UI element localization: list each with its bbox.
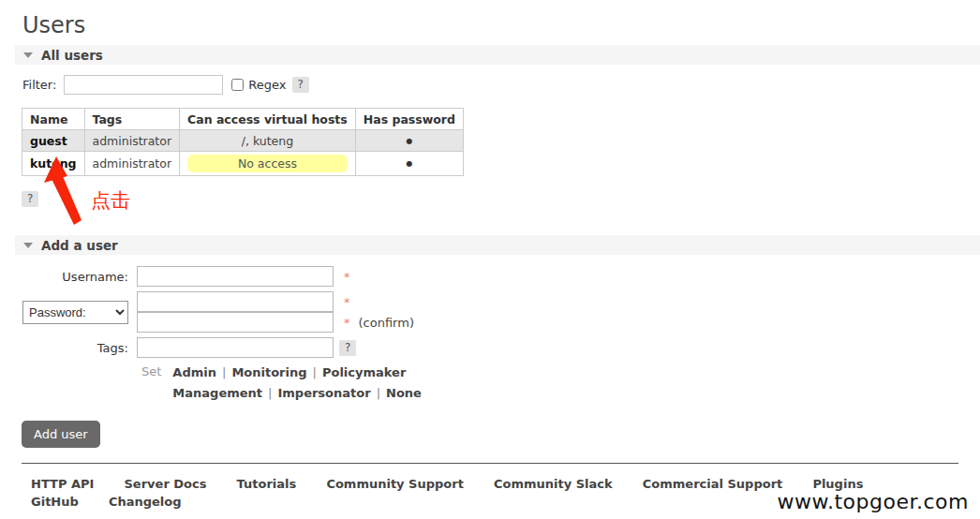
tags-row: Tags: ? (22, 337, 980, 358)
password-type-select[interactable]: Password: (22, 301, 128, 324)
page-title: Users (0, 0, 980, 45)
set-label: Set (141, 364, 161, 378)
required-marker: * (344, 316, 350, 330)
add-user-section-header[interactable]: Add a user (15, 235, 980, 255)
no-access-badge: No access (187, 155, 348, 172)
col-header-vhosts: Can access virtual hosts (180, 109, 356, 130)
filter-input[interactable] (64, 75, 223, 95)
user-tags-cell: administrator (84, 152, 180, 176)
footer-link-changelog[interactable]: Changelog (109, 495, 182, 509)
watermark: www.topgoer.com (778, 490, 969, 513)
col-header-name: Name (22, 109, 85, 130)
username-input[interactable] (137, 266, 334, 287)
tag-link-none[interactable]: None (386, 386, 422, 400)
footer-link-tutorials[interactable]: Tutorials (237, 477, 297, 491)
required-marker: * (344, 295, 350, 309)
tag-link-impersonator[interactable]: Impersonator (277, 386, 370, 400)
add-user-section-title: Add a user (41, 238, 118, 253)
filter-label: Filter: (22, 78, 56, 92)
table-row: kuteng administrator No access ● (22, 152, 464, 176)
add-user-button[interactable]: Add user (22, 421, 100, 448)
tag-link-admin[interactable]: Admin (172, 365, 216, 379)
username-label: Username: (22, 270, 137, 284)
all-users-section-header[interactable]: All users (15, 45, 980, 65)
users-table: Name Tags Can access virtual hosts Has p… (22, 108, 464, 176)
has-password-cell: ● (355, 152, 463, 176)
footer-link-community-support[interactable]: Community Support (326, 477, 464, 491)
user-link-guest[interactable]: guest (22, 130, 85, 152)
tags-label: Tags: (22, 341, 137, 355)
tag-link-management[interactable]: Management (172, 386, 262, 400)
footer-link-community-slack[interactable]: Community Slack (494, 477, 613, 491)
user-vhosts-cell: No access (180, 152, 356, 176)
col-header-tags: Tags (84, 109, 180, 130)
user-link-kuteng[interactable]: kuteng (22, 152, 85, 176)
user-tags-cell: administrator (84, 130, 180, 152)
username-row: Username: * (22, 266, 980, 287)
users-page: Users All users Filter: Regex ? Name Tag… (0, 0, 980, 519)
tag-link-policymaker[interactable]: Policymaker (322, 365, 406, 379)
chevron-down-icon (23, 52, 33, 58)
regex-checkbox[interactable] (231, 79, 244, 91)
password-input[interactable] (137, 291, 334, 312)
separator: | (268, 386, 272, 400)
filter-row: Filter: Regex ? (22, 75, 980, 95)
col-header-has-password: Has password (355, 109, 463, 130)
all-users-section-title: All users (41, 48, 103, 63)
chevron-down-icon (23, 243, 33, 248)
tag-links: Admin|Monitoring|Policymaker Management|… (172, 363, 416, 404)
user-vhosts-cell: /, kuteng (180, 130, 356, 152)
separator: | (222, 365, 226, 379)
separator: | (313, 365, 317, 379)
table-header-row: Name Tags Can access virtual hosts Has p… (22, 109, 464, 130)
footer-link-github[interactable]: GitHub (31, 495, 79, 509)
table-help-button[interactable]: ? (22, 191, 38, 207)
tags-input[interactable] (137, 337, 334, 358)
table-row: guest administrator /, kuteng ● (22, 130, 464, 152)
has-password-cell: ● (355, 130, 463, 152)
tags-help-button[interactable]: ? (339, 340, 356, 356)
separator: | (377, 386, 380, 400)
regex-label: Regex (248, 78, 286, 92)
filter-help-button[interactable]: ? (292, 77, 309, 93)
password-row: Password: * * (confirm) (22, 291, 980, 333)
add-user-form: Username: * Password: * * (confirm) (22, 266, 980, 404)
required-marker: * (344, 270, 350, 284)
footer-link-http-api[interactable]: HTTP API (31, 477, 94, 491)
footer-link-commercial-support[interactable]: Commercial Support (643, 477, 783, 491)
footer-link-plugins[interactable]: Plugins (812, 477, 863, 491)
password-confirm-input[interactable] (137, 312, 334, 333)
footer-link-server-docs[interactable]: Server Docs (125, 477, 207, 491)
confirm-label: (confirm) (359, 316, 414, 330)
set-tags-row: Set Admin|Monitoring|Policymaker Managem… (22, 363, 980, 404)
tag-link-monitoring[interactable]: Monitoring (231, 365, 306, 379)
